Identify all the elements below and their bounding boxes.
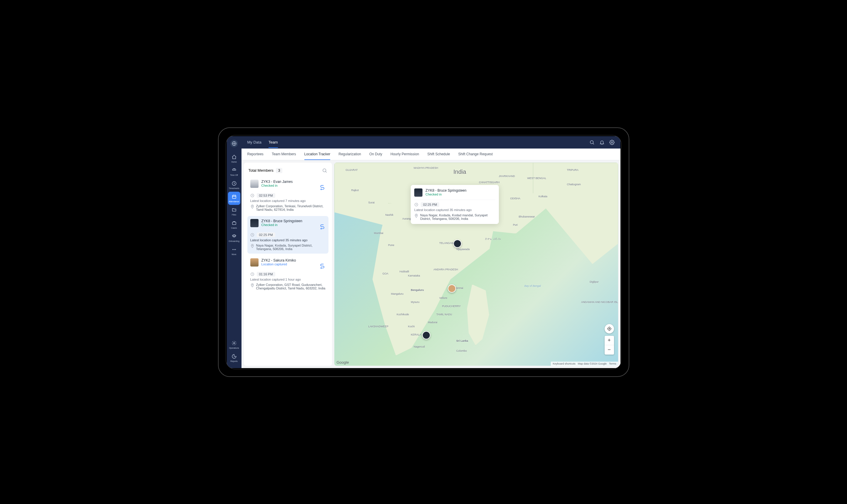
time-chip: 02:25 PM bbox=[421, 202, 439, 207]
tab-mydata[interactable]: My Data bbox=[247, 137, 261, 148]
map-label: Hubballi bbox=[400, 270, 409, 273]
nav-timeoff[interactable]: Time Off bbox=[227, 165, 242, 178]
nav-home[interactable]: Home bbox=[227, 152, 242, 165]
map-label: TAMIL NADU bbox=[436, 313, 452, 316]
time-chip: 02:53 PM bbox=[257, 193, 275, 198]
latest-text: Latest location captured 35 minutes ago bbox=[414, 208, 495, 212]
popup-name: ZYK8 - Bruce Springsteen bbox=[426, 188, 495, 193]
svg-point-20 bbox=[609, 328, 610, 329]
popup-address: Naya Nagar, Kodada, Kodad mandal, Suryap… bbox=[420, 213, 495, 220]
pin-icon bbox=[250, 244, 255, 248]
nav-label: Home bbox=[231, 161, 237, 163]
top-tabs: My Data Team bbox=[247, 137, 278, 148]
subbar: Reportees Team Members Location Tracker … bbox=[242, 148, 621, 160]
route-icon[interactable] bbox=[319, 224, 326, 230]
nav-label: More bbox=[232, 253, 237, 255]
map-label: Kolkata bbox=[538, 195, 547, 198]
route-icon[interactable] bbox=[319, 264, 326, 269]
nav-label: Time Off bbox=[230, 174, 238, 176]
gear-icon[interactable] bbox=[609, 140, 615, 145]
time-chip: 02:25 PM bbox=[257, 233, 275, 237]
svg-point-7 bbox=[233, 342, 235, 344]
tab-team[interactable]: Team bbox=[269, 137, 278, 148]
popup-status: Checked in bbox=[426, 193, 495, 196]
locate-button[interactable] bbox=[605, 324, 614, 334]
mapdata-text: Map data ©2024 Google bbox=[578, 362, 607, 365]
nav-more[interactable]: More bbox=[227, 245, 242, 258]
search-icon[interactable] bbox=[322, 168, 327, 173]
map-label: PUDUCHERRY bbox=[442, 305, 461, 308]
nav-reports[interactable]: Reports bbox=[227, 352, 242, 364]
map-pin[interactable] bbox=[422, 331, 430, 339]
sidebar: Home Time Off Timesheets Attendance File… bbox=[227, 136, 242, 368]
clock-icon bbox=[414, 202, 418, 206]
map-label: Nashik bbox=[385, 213, 393, 216]
subtab-shift-schedule[interactable]: Shift Schedule bbox=[427, 148, 450, 160]
svg-point-12 bbox=[252, 205, 253, 206]
member-card[interactable]: ZYK2 - Sakura Kimiko Location captured 0… bbox=[247, 255, 328, 293]
zoom-out-button[interactable]: − bbox=[605, 345, 614, 355]
clock-icon bbox=[250, 233, 255, 237]
member-card[interactable]: ZYK3 - Evan James Checked in 02:53 PM La… bbox=[247, 177, 328, 214]
map-label: Madurai bbox=[428, 321, 437, 324]
member-status: Checked in bbox=[261, 184, 317, 187]
map-pin[interactable] bbox=[448, 285, 456, 293]
map-label: Kozhikode bbox=[397, 313, 409, 316]
avatar bbox=[250, 180, 259, 188]
map-label: GOA bbox=[382, 272, 388, 275]
map[interactable]: India GUJARAT MADHYA PRADESH Rajkot Sura… bbox=[334, 163, 618, 366]
map-label: JHARKHAND bbox=[499, 175, 515, 178]
subtab-regularization[interactable]: Regularization bbox=[339, 148, 361, 160]
main: My Data Team Reportees Team Members Loca… bbox=[242, 136, 621, 368]
nav-timesheets[interactable]: Timesheets bbox=[227, 178, 242, 192]
latest-text: Latest location captured 35 minutes ago bbox=[250, 238, 326, 242]
map-label: Puri bbox=[513, 223, 518, 226]
svg-rect-2 bbox=[232, 195, 236, 198]
map-label: Mumbai bbox=[374, 232, 383, 235]
member-name: ZYK8 - Bruce Springsteen bbox=[261, 219, 317, 223]
subtab-on-duty[interactable]: On Duty bbox=[369, 148, 382, 160]
nav-attendance[interactable]: Attendance bbox=[228, 192, 240, 205]
topbar: My Data Team bbox=[242, 136, 621, 148]
svg-point-9 bbox=[611, 142, 612, 143]
map-footer: Keyboard shortcuts Map data ©2024 Google… bbox=[551, 362, 618, 366]
nav-files[interactable]: Files bbox=[227, 205, 242, 218]
avatar bbox=[250, 219, 259, 227]
route-icon[interactable] bbox=[319, 185, 326, 191]
subtab-reportees[interactable]: Reportees bbox=[247, 148, 263, 160]
map-label: MADHYA PRADESH bbox=[414, 166, 438, 169]
nav-label: Operations bbox=[229, 347, 239, 349]
member-status: Location captured bbox=[261, 263, 317, 266]
map-title: India bbox=[453, 168, 466, 175]
svg-point-6 bbox=[235, 249, 236, 250]
map-label: Kochi bbox=[408, 325, 415, 328]
members-header: Total Members 3 bbox=[247, 166, 328, 177]
nav-onboarding[interactable]: Onboarding bbox=[227, 231, 242, 245]
bell-icon[interactable] bbox=[599, 140, 605, 145]
subtab-team-members[interactable]: Team Members bbox=[272, 148, 296, 160]
shortcuts-link[interactable]: Keyboard shortcuts bbox=[553, 362, 575, 365]
app-logo[interactable] bbox=[230, 140, 238, 147]
search-icon[interactable] bbox=[589, 140, 594, 145]
avatar bbox=[250, 258, 259, 267]
pin-icon bbox=[250, 204, 255, 209]
avatar bbox=[414, 188, 422, 197]
map-label: CHHATTISGARH bbox=[479, 181, 499, 184]
pin-icon bbox=[250, 283, 255, 287]
subtab-location-tracker[interactable]: Location Tracker bbox=[304, 148, 330, 160]
svg-point-10 bbox=[323, 169, 326, 172]
svg-point-5 bbox=[234, 249, 235, 250]
subtab-shift-change[interactable]: Shift Change Request bbox=[458, 148, 493, 160]
map-popup: ZYK8 - Bruce Springsteen Checked in 02:2… bbox=[411, 185, 499, 224]
subtab-hourly-permission[interactable]: Hourly Permission bbox=[391, 148, 419, 160]
nav-operations[interactable]: Operations bbox=[227, 338, 242, 352]
map-label: ODISHA bbox=[510, 197, 520, 200]
zoom-in-button[interactable]: + bbox=[605, 336, 614, 345]
nav-cases[interactable]: Cases bbox=[227, 218, 242, 231]
terms-link[interactable]: Terms bbox=[609, 362, 616, 365]
member-card[interactable]: ZYK8 - Bruce Springsteen Checked in 02:2… bbox=[247, 216, 328, 254]
map-label: Surat bbox=[368, 201, 375, 204]
clock-icon bbox=[250, 272, 255, 276]
svg-rect-3 bbox=[232, 222, 236, 224]
map-label: ANDHRA PRADESH bbox=[434, 268, 458, 271]
